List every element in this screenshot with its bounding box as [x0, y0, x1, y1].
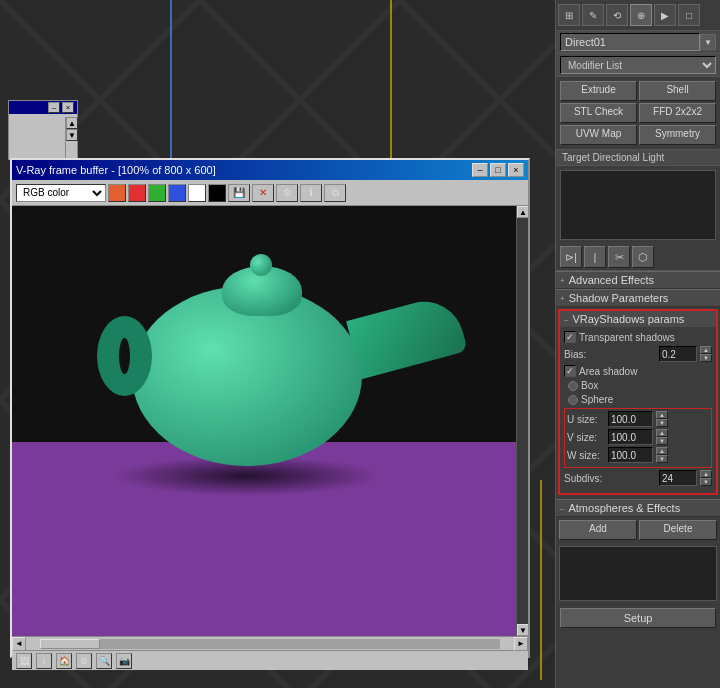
vray-clear-btn[interactable]: ✕	[252, 184, 274, 202]
status-icon-5[interactable]: 🔍	[96, 653, 112, 669]
subdivs-label: Subdivs:	[564, 473, 656, 484]
vray-copy-btn[interactable]: ⧉	[324, 184, 346, 202]
atmos-add-btn[interactable]: Add	[559, 520, 637, 540]
u-spinner-down[interactable]: ▼	[656, 419, 668, 427]
teapot-knob	[250, 254, 272, 276]
teapot-scene	[12, 206, 528, 636]
vray-info-btn[interactable]: ℹ	[300, 184, 322, 202]
symmetry-btn[interactable]: Symmetry	[639, 125, 716, 145]
viewport-line-yellow2	[540, 480, 542, 680]
vray-shadows-header[interactable]: – VRayShadows params	[560, 311, 716, 327]
scroll-down-btn[interactable]: ▼	[517, 624, 528, 636]
subdivs-spinner-down[interactable]: ▼	[700, 478, 712, 486]
scrollbar-thumb[interactable]	[40, 639, 100, 649]
vray-color-white[interactable]	[188, 184, 206, 202]
advanced-effects-header[interactable]: + Advanced Effects	[556, 271, 720, 289]
teapot-spout	[346, 293, 468, 379]
preview-box	[560, 170, 716, 240]
u-spinner-up[interactable]: ▲	[656, 411, 668, 419]
bias-spinner-down[interactable]: ▼	[700, 354, 712, 362]
vray-color-green[interactable]	[148, 184, 166, 202]
target-label: Target Directional Light	[556, 150, 720, 166]
u-size-input[interactable]	[608, 411, 653, 427]
bg-window-close-btn[interactable]: ×	[62, 102, 74, 113]
vray-channel-dropdown[interactable]: RGB color	[16, 184, 106, 202]
tool-divider[interactable]: |	[584, 246, 606, 268]
bg-window-scrollbar[interactable]: ▲ ▼	[65, 117, 77, 159]
sphere-radio[interactable]	[568, 395, 578, 405]
bg-window: – × ▲ ▼	[8, 100, 78, 160]
status-icon-6[interactable]: 📷	[116, 653, 132, 669]
v-spinner-up[interactable]: ▲	[656, 429, 668, 437]
vray-toolbar: RGB color 💾 ✕ ⚙ ℹ ⧉	[12, 180, 528, 206]
shadow-params-header[interactable]: + Shadow Parameters	[556, 289, 720, 307]
scroll-up-btn[interactable]: ▲	[517, 206, 528, 218]
bias-spinner: ▲ ▼	[700, 346, 712, 362]
vray-color-red[interactable]	[128, 184, 146, 202]
transparent-shadows-checkbox[interactable]	[564, 331, 576, 343]
subdivs-input[interactable]	[659, 470, 697, 486]
vray-color-orange[interactable]	[108, 184, 126, 202]
v-size-input[interactable]	[608, 429, 653, 445]
subdivs-spinner-up[interactable]: ▲	[700, 470, 712, 478]
direct-arrow[interactable]: ▼	[700, 34, 716, 50]
status-icon-4[interactable]: ⚙	[76, 653, 92, 669]
ffd-btn[interactable]: FFD 2x2x2	[639, 103, 716, 123]
vray-scrollbar-h[interactable]: ◄ ►	[12, 636, 528, 650]
atmos-delete-btn[interactable]: Delete	[639, 520, 717, 540]
uvw-map-btn[interactable]: UVW Map	[560, 125, 637, 145]
atmospheres-preview	[559, 546, 717, 601]
tool-hex[interactable]: ⬡	[632, 246, 654, 268]
scroll-right-btn[interactable]: ►	[514, 637, 528, 651]
panel-icon-hierarchy[interactable]: ⊕	[630, 4, 652, 26]
area-shadow-checkbox[interactable]	[564, 365, 576, 377]
vray-canvas-scrollbar-v[interactable]: ▲ ▼	[516, 206, 528, 636]
u-size-spinner: ▲ ▼	[656, 411, 668, 427]
w-size-label: W size:	[567, 450, 605, 461]
bg-window-scroll-down[interactable]: ▼	[66, 129, 78, 141]
setup-btn[interactable]: Setup	[560, 608, 716, 628]
panel-icon-scene[interactable]: ⊞	[558, 4, 580, 26]
u-size-label: U size:	[567, 414, 605, 425]
stl-check-btn[interactable]: STL Check	[560, 103, 637, 123]
atmospheres-buttons: Add Delete	[556, 517, 720, 543]
panel-icon-display[interactable]: □	[678, 4, 700, 26]
w-spinner-up[interactable]: ▲	[656, 447, 668, 455]
panel-icon-motion[interactable]: ▶	[654, 4, 676, 26]
bias-input[interactable]	[659, 346, 697, 362]
viewport-line	[170, 0, 172, 160]
panel-icon-modify[interactable]: ⟲	[606, 4, 628, 26]
v-spinner-down[interactable]: ▼	[656, 437, 668, 445]
vray-save-btn[interactable]: 💾	[228, 184, 250, 202]
area-shadow-row: Area shadow	[564, 365, 712, 377]
w-size-input[interactable]	[608, 447, 653, 463]
bg-window-scroll-up[interactable]: ▲	[66, 117, 78, 129]
shadow-params-label: Shadow Parameters	[569, 292, 669, 304]
atmospheres-header[interactable]: – Atmospheres & Effects	[556, 499, 720, 517]
vray-maximize-btn[interactable]: □	[490, 163, 506, 177]
vray-close-btn[interactable]: ×	[508, 163, 524, 177]
atmospheres-arrow: –	[560, 504, 564, 513]
box-radio[interactable]	[568, 381, 578, 391]
vray-minimize-btn[interactable]: –	[472, 163, 488, 177]
vray-color-blue[interactable]	[168, 184, 186, 202]
bg-window-close-group: – ×	[48, 102, 74, 113]
extrude-btn[interactable]: Extrude	[560, 81, 637, 101]
scroll-left-btn[interactable]: ◄	[12, 637, 26, 651]
shell-btn[interactable]: Shell	[639, 81, 716, 101]
subdivs-row: Subdivs: ▲ ▼	[564, 470, 712, 486]
status-icon-2[interactable]: i	[36, 653, 52, 669]
status-icon-1[interactable]: 🖼	[16, 653, 32, 669]
w-spinner-down[interactable]: ▼	[656, 455, 668, 463]
bias-spinner-up[interactable]: ▲	[700, 346, 712, 354]
vray-color-black[interactable]	[208, 184, 226, 202]
tool-pin[interactable]: ⊳|	[560, 246, 582, 268]
panel-icon-create[interactable]: ✎	[582, 4, 604, 26]
bg-window-minimize-btn[interactable]: –	[48, 102, 60, 113]
vray-settings-btn[interactable]: ⚙	[276, 184, 298, 202]
tool-cut[interactable]: ✂	[608, 246, 630, 268]
scrollbar-track[interactable]	[40, 639, 500, 649]
modifier-list-dropdown[interactable]: Modifier List	[560, 56, 716, 74]
box-label: Box	[581, 380, 712, 391]
status-icon-3[interactable]: 🏠	[56, 653, 72, 669]
